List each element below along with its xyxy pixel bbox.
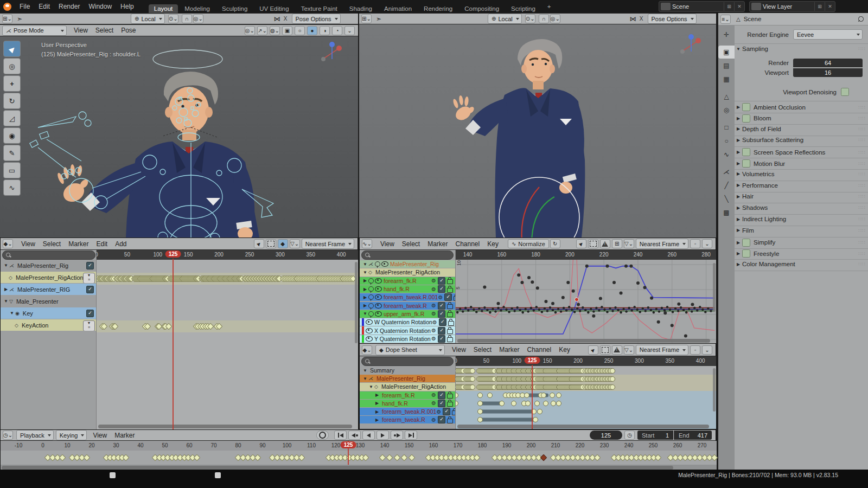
topbar-menu-window[interactable]: Window	[84, 3, 116, 10]
keyframe[interactable]	[534, 401, 540, 406]
enable-checkbox[interactable]: ✓	[86, 310, 94, 317]
curve-plot-area[interactable]: 140160180200220240260280 105	[455, 250, 716, 343]
properties-tab-constraints[interactable]: ∿	[718, 148, 735, 161]
menu-view[interactable]: View	[448, 346, 470, 354]
play-reverse-button[interactable]	[362, 431, 375, 440]
panel-checkbox[interactable]	[742, 103, 750, 111]
channel-malepresenter-rigaction[interactable]: ◇MalePresenter_RigAction▼≡	[1, 272, 96, 283]
channel-forearm-fk-r[interactable]: ▶forearm_fk.R⚙✓	[360, 391, 455, 399]
expand-arrow-icon[interactable]: ▼	[362, 270, 368, 275]
jump-to-start-button[interactable]	[334, 431, 347, 440]
expand-arrow-icon[interactable]: ▶	[374, 418, 380, 422]
modifier-wrench-icon[interactable]: ⚙	[431, 311, 436, 317]
panel-simplify[interactable]: ▶Simplify∷∷	[735, 239, 868, 247]
sampling-panel-header[interactable]: ▼ Sampling ∷∷	[735, 46, 868, 52]
keyframe[interactable]	[525, 401, 531, 406]
snapping-magnet-button[interactable]: ∩	[182, 14, 192, 23]
horizontal-scrollbar[interactable]	[98, 425, 352, 428]
visibility-eye-icon[interactable]	[366, 319, 373, 325]
select-tool-button[interactable]: ▶	[3, 41, 21, 57]
drag-dots-icon[interactable]: ∷∷	[859, 137, 866, 143]
channel-search-input[interactable]	[361, 357, 454, 366]
properties-tab-bone[interactable]: ╱	[718, 179, 735, 192]
drag-dots-icon[interactable]: ∷∷	[859, 216, 866, 222]
panel-motion-blur[interactable]: ▶Motion Blur∷∷	[735, 159, 868, 168]
keyframe[interactable]	[541, 393, 546, 398]
use-preview-range-button[interactable]: ◷	[624, 431, 635, 440]
properties-tab-tool[interactable]: ✛	[718, 28, 735, 41]
menu-marker[interactable]: Marker	[495, 346, 523, 354]
horizontal-scrollbar[interactable]	[457, 339, 710, 343]
enable-checkbox[interactable]: ✓	[86, 286, 94, 293]
panel-subsurface-scattering[interactable]: ▶Subsurface Scattering∷∷	[735, 137, 868, 143]
previous-keyframe-button[interactable]	[348, 431, 361, 440]
transform-tool-button[interactable]: ◉	[3, 127, 21, 144]
workspace-tab-compositing[interactable]: Compositing	[459, 4, 505, 13]
drag-dots-icon[interactable]: ∷∷	[859, 161, 866, 166]
modifier-wrench-icon[interactable]: ⚙	[431, 286, 436, 292]
menu-select[interactable]: Select	[470, 346, 495, 354]
visibility-eye-icon[interactable]	[375, 278, 382, 284]
properties-tab-render[interactable]: ▣	[718, 46, 735, 59]
keyframe[interactable]	[610, 384, 615, 390]
mute-checkbox[interactable]: ✓	[438, 335, 445, 343]
lock-icon[interactable]	[447, 312, 453, 317]
channel-malepresenter-rigaction[interactable]: ▼◇MalePresenter_RigAction	[360, 268, 455, 276]
channel-malepresenter-rig[interactable]: ▶⋌MalePresenter_RIG✓	[1, 284, 96, 295]
channel-key[interactable]: ▼◉Key✓	[1, 307, 96, 319]
expand-arrow-icon[interactable]: ▶	[362, 295, 368, 300]
keyframe[interactable]	[470, 376, 475, 382]
topbar-menu-render[interactable]: Render	[54, 3, 84, 10]
breakdowner-tool-button[interactable]: ∿	[3, 179, 21, 196]
modifier-wrench-icon[interactable]: ⚙	[432, 319, 437, 325]
lock-icon[interactable]	[447, 304, 453, 309]
properties-tab-object[interactable]: □	[718, 121, 735, 134]
normalize-button[interactable]: ∿Normalize	[508, 239, 549, 248]
shading-material-button[interactable]: ◑	[320, 26, 330, 35]
channel-y-quaternion-rotation[interactable]: Y Quaternion Rotation⚙✓	[360, 335, 455, 343]
channel-x-quaternion-rotation[interactable]: X Quaternion Rotation⚙✓	[360, 326, 455, 334]
editor-type-dropdown[interactable]: ⊞⌄	[2, 14, 12, 23]
keyframe[interactable]	[477, 409, 483, 414]
menu-marker[interactable]: Marker	[65, 240, 92, 248]
modifier-wrench-icon[interactable]: ⚙	[431, 400, 436, 406]
keyframe-area[interactable]: 050100150200250300350400125	[96, 250, 358, 429]
filter-dropdown[interactable]: ▽⌄	[624, 239, 634, 248]
workspace-tab-texture-paint[interactable]: Texture Paint	[296, 4, 343, 13]
keyframe[interactable]	[379, 454, 386, 461]
expand-arrow-icon[interactable]: ▼	[3, 299, 9, 304]
menu-pose[interactable]: Pose	[117, 27, 139, 34]
lock-icon[interactable]	[447, 419, 453, 423]
panel-checkbox[interactable]	[742, 114, 750, 123]
keyframe[interactable]	[298, 454, 305, 461]
workspace-tab-sculpting[interactable]: Sculpting	[216, 4, 253, 13]
panel-bloom[interactable]: ▶Bloom∷∷	[735, 114, 868, 123]
lock-icon[interactable]	[447, 337, 453, 342]
keyframe[interactable]	[487, 393, 493, 398]
keyframe[interactable]	[556, 401, 561, 406]
channel-forearm-tweak-r[interactable]: ▶forearm_tweak.R⚙✓	[360, 302, 455, 310]
keyframe[interactable]	[254, 454, 261, 461]
panel-film[interactable]: ▶Film∷∷	[735, 227, 868, 234]
menu-marker[interactable]: Marker	[111, 432, 138, 439]
pin-icon[interactable]	[368, 294, 374, 300]
lock-icon[interactable]	[447, 279, 453, 284]
channel-search-input[interactable]	[2, 251, 95, 260]
channel-malepresenter-rigaction[interactable]: ▼◇MalePresenter_RigAction	[360, 383, 455, 390]
rotate-tool-button[interactable]: ↻	[3, 93, 21, 109]
channel-hand-fk-r[interactable]: ▶hand_fk.R⚙✓	[360, 400, 455, 407]
drag-dots-icon[interactable]: ∷∷	[859, 46, 866, 52]
keyframe[interactable]	[511, 401, 516, 406]
copy-button[interactable]: ⊞	[612, 239, 622, 248]
lock-icon[interactable]	[448, 321, 454, 326]
mute-checkbox[interactable]: ✓	[438, 310, 445, 318]
pivot-point-dropdown[interactable]: ⊙⌄	[168, 14, 178, 23]
mute-checkbox[interactable]: ✓	[438, 391, 445, 399]
panel-ambient-occlusion[interactable]: ▶Ambient Occlusion∷∷	[735, 103, 868, 111]
frame-ruler[interactable]: 050100150200250300350400125	[97, 250, 358, 260]
modifier-wrench-icon[interactable]: ⚙	[431, 392, 436, 398]
filter-dropdown[interactable]: ▽⌄	[624, 345, 634, 355]
expand-arrow-icon[interactable]: ▶	[362, 287, 368, 292]
expand-arrow-icon[interactable]: ▶	[374, 393, 380, 397]
keyframe[interactable]	[537, 409, 542, 414]
